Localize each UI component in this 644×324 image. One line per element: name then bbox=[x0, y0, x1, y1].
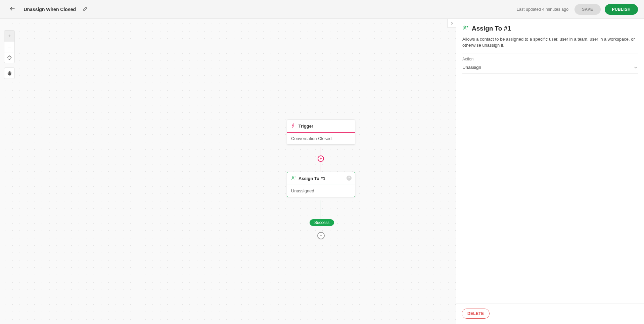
node-trigger-detail: Conversation Closed bbox=[287, 133, 355, 144]
pan-rail bbox=[4, 67, 15, 79]
person-assign-icon bbox=[462, 25, 468, 32]
node-assign-title: Assign To #1 bbox=[298, 176, 325, 181]
connector-dashed-tail bbox=[321, 223, 321, 232]
panel-footer: DELETE bbox=[456, 304, 644, 324]
zoom-out-button[interactable] bbox=[4, 41, 14, 52]
last-updated-text: Last updated 4 minutes ago bbox=[517, 7, 568, 12]
panel-description: Allows a contact to be assigned to a spe… bbox=[462, 36, 638, 53]
lightning-icon bbox=[291, 123, 296, 129]
panel-collapse-button[interactable] bbox=[447, 19, 456, 28]
svg-point-12 bbox=[292, 177, 293, 178]
field-action-label: Action bbox=[462, 57, 638, 61]
plus-icon bbox=[319, 157, 323, 160]
branch-label-success: Success bbox=[310, 219, 334, 226]
node-assign-header: Assign To #1 ? bbox=[287, 172, 355, 185]
delete-button[interactable]: DELETE bbox=[462, 309, 490, 319]
header-bar: Unassign When Closed Last updated 4 minu… bbox=[0, 0, 644, 19]
chevron-down-icon bbox=[633, 65, 638, 70]
pan-button[interactable] bbox=[4, 68, 14, 79]
save-button: SAVE bbox=[574, 4, 600, 15]
action-select[interactable]: Unassign bbox=[462, 63, 638, 74]
node-help-badge[interactable]: ? bbox=[347, 176, 352, 181]
plus-icon bbox=[7, 34, 12, 38]
node-trigger[interactable]: Trigger Conversation Closed bbox=[287, 120, 355, 145]
node-assign-to[interactable]: Assign To #1 ? Unassigned bbox=[287, 172, 355, 197]
node-trigger-title: Trigger bbox=[298, 124, 313, 129]
panel-title: Assign To #1 bbox=[472, 25, 511, 32]
zoom-rail bbox=[4, 30, 15, 63]
minus-icon bbox=[7, 45, 12, 49]
flow-canvas[interactable]: Trigger Conversation Closed Assign To #1… bbox=[0, 19, 456, 324]
header-right: Last updated 4 minutes ago SAVE PUBLISH bbox=[517, 4, 638, 15]
add-step-button-1[interactable] bbox=[318, 155, 324, 162]
plus-icon bbox=[319, 234, 323, 238]
pencil-icon bbox=[83, 6, 88, 11]
add-step-button-end[interactable] bbox=[317, 232, 325, 239]
properties-panel: Assign To #1 Allows a contact to be assi… bbox=[456, 19, 644, 324]
action-select-value: Unassign bbox=[462, 65, 481, 70]
workflow-title: Unassign When Closed bbox=[24, 7, 76, 12]
hand-icon bbox=[7, 71, 12, 76]
svg-point-5 bbox=[8, 56, 11, 59]
node-assign-detail: Unassigned bbox=[287, 185, 355, 197]
field-action: Action Unassign bbox=[462, 53, 638, 74]
publish-button[interactable]: PUBLISH bbox=[605, 4, 638, 15]
chevron-right-icon bbox=[450, 21, 454, 26]
zoom-in-button bbox=[4, 31, 14, 41]
crosshair-icon bbox=[7, 55, 12, 60]
person-assign-icon bbox=[291, 176, 296, 181]
svg-point-17 bbox=[464, 26, 465, 28]
edit-title-button[interactable] bbox=[83, 6, 88, 13]
panel-title-row: Assign To #1 bbox=[462, 25, 638, 32]
recenter-button[interactable] bbox=[4, 52, 14, 63]
back-button[interactable] bbox=[6, 4, 17, 15]
node-trigger-header: Trigger bbox=[287, 120, 355, 133]
